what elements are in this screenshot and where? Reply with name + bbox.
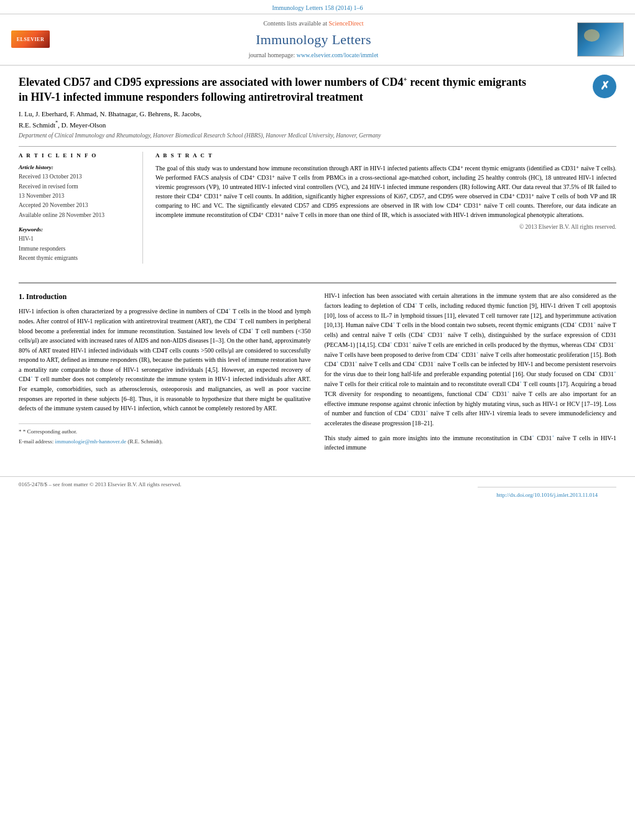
journal-title: Immunology Letters xyxy=(62,30,565,50)
revised-date: 13 November 2013 xyxy=(19,192,134,200)
issn-text: 0165-2478/$ – see front matter © 2013 El… xyxy=(19,481,182,503)
affiliation: Department of Clinical Immunology and Rh… xyxy=(19,132,616,140)
intro-right-para2: This study aimed to gain more insights i… xyxy=(325,433,617,453)
article-header-row: Elevated CD57 and CD95 expressions are a… xyxy=(19,75,616,105)
footnote-corresponding: * * Corresponding author. xyxy=(19,428,311,436)
page-wrapper: Immunology Letters 158 (2014) 1–6 ELSEVI… xyxy=(0,0,635,506)
elsevier-label: ELSEVIER xyxy=(17,36,44,43)
keyword-3: Recent thymic emigrants xyxy=(19,254,134,262)
journal-image-box xyxy=(577,22,624,57)
science-direct-link[interactable]: ScienceDirect xyxy=(328,20,363,27)
keywords-label: Keywords: xyxy=(19,226,134,234)
body-content: 1. Introduction HIV-1 infection is often… xyxy=(0,270,635,470)
homepage-url[interactable]: www.elsevier.com/locate/immlet xyxy=(297,52,379,58)
intro-left-para1: HIV-1 infection is often characterized b… xyxy=(19,307,311,413)
history-label: Article history: xyxy=(19,164,134,172)
article-info-label: A R T I C L E I N F O xyxy=(19,152,134,160)
journal-citation: Immunology Letters 158 (2014) 1–6 xyxy=(272,4,363,11)
abstract-label: A B S T R A C T xyxy=(155,152,616,160)
crossmark-badge: ✗ xyxy=(593,75,616,98)
contents-line: Contents lists available at ScienceDirec… xyxy=(62,19,565,28)
article-info-col: A R T I C L E I N F O Article history: R… xyxy=(19,152,143,264)
elsevier-logo-box: ELSEVIER xyxy=(11,30,50,48)
journal-center: Contents lists available at ScienceDirec… xyxy=(62,19,565,60)
divider-1 xyxy=(19,146,616,147)
body-two-col: 1. Introduction HIV-1 infection is often… xyxy=(19,291,616,458)
journal-top-bar: Immunology Letters 158 (2014) 1–6 xyxy=(0,0,635,14)
authors: I. Lu, J. Eberhard, F. Ahmad, N. Bhatnag… xyxy=(19,109,616,129)
intro-heading: 1. Introduction xyxy=(19,291,311,303)
info-abstract-row: A R T I C L E I N F O Article history: R… xyxy=(19,152,616,264)
journal-header: ELSEVIER Contents lists available at Sci… xyxy=(0,14,635,66)
footnote-email-name: (R.E. Schmidt). xyxy=(127,438,163,445)
elsevier-logo: ELSEVIER xyxy=(11,30,50,48)
body-col-right: HIV-1 infection has been associated with… xyxy=(325,291,617,458)
contents-text: Contents lists available at xyxy=(263,20,327,27)
abstract-col: A B S T R A C T The goal of this study w… xyxy=(155,152,616,264)
abstract-text: The goal of this study was to understand… xyxy=(155,164,616,219)
bottom-bar: 0165-2478/$ – see front matter © 2013 El… xyxy=(0,476,635,507)
copyright-line: © 2013 Elsevier B.V. All rights reserved… xyxy=(155,223,616,231)
received-date: Received 13 October 2013 xyxy=(19,173,134,181)
footnote-area: * * Corresponding author. E-mail address… xyxy=(19,423,311,446)
thick-divider xyxy=(19,282,616,284)
footnote-email-label: E-mail address: xyxy=(19,438,53,445)
article-content: Elevated CD57 and CD95 expressions are a… xyxy=(0,66,635,270)
footnote-corresponding-text: * Corresponding author. xyxy=(23,428,77,435)
keyword-2: Immune responders xyxy=(19,245,134,253)
footnote-email-line: E-mail address: immunologie@mh-hannover.… xyxy=(19,438,311,446)
intro-right-para1: HIV-1 infection has been associated with… xyxy=(325,291,617,428)
body-col-left: 1. Introduction HIV-1 infection is often… xyxy=(19,291,311,458)
doi-link[interactable]: http://dx.doi.org/10.1016/j.imlet.2013.1… xyxy=(478,487,616,503)
online-date: Available online 28 November 2013 xyxy=(19,211,134,219)
article-title: Elevated CD57 and CD95 expressions are a… xyxy=(19,75,529,105)
homepage-prefix: journal homepage: xyxy=(249,52,295,58)
accepted-date: Accepted 20 November 2013 xyxy=(19,201,134,210)
keyword-1: HIV-1 xyxy=(19,235,134,243)
footnote-email-link[interactable]: immunologie@mh-hannover.de xyxy=(55,438,126,445)
revised-label: Received in revised form xyxy=(19,183,134,191)
homepage-line: journal homepage: www.elsevier.com/locat… xyxy=(62,51,565,60)
footnote-star: * xyxy=(19,428,22,435)
